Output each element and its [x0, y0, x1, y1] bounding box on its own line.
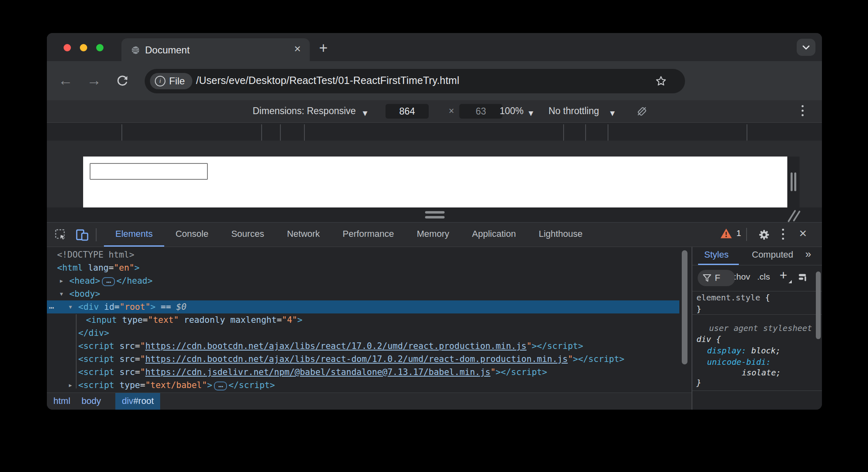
dom-tree-row[interactable]: <script src="https://cdn.bootcdn.net/aja…: [47, 340, 679, 353]
dom-node-text: <script src="https://cdn.bootcdn.net/aja…: [78, 340, 583, 353]
bookmark-star-icon[interactable]: [655, 75, 667, 87]
new-tab-icon[interactable]: +: [319, 40, 328, 57]
dimensions-caret-icon[interactable]: ▾: [363, 108, 368, 119]
viewport-bottom-resize-handle[interactable]: [425, 211, 445, 214]
devtools-tab-elements[interactable]: Elements: [104, 223, 164, 247]
device-toolbar-menu-icon[interactable]: [802, 105, 804, 116]
div-rule-selector[interactable]: div {: [696, 334, 721, 344]
dom-node-text: <div id="root"> == $0: [78, 300, 187, 313]
zoom-level[interactable]: 100%: [500, 106, 524, 117]
collapsed-content-icon[interactable]: …: [102, 277, 115, 286]
tab-styles[interactable]: Styles: [704, 249, 729, 260]
devtools-tab-console[interactable]: Console: [164, 223, 220, 247]
css-property[interactable]: unicode-bidi:: [707, 357, 771, 367]
throttling-caret-icon[interactable]: ▾: [610, 108, 615, 119]
page-text-input[interactable]: [90, 163, 208, 180]
tab-computed[interactable]: Computed: [752, 249, 793, 260]
filter-funnel-icon: [703, 273, 712, 282]
devtools-tab-sources[interactable]: Sources: [220, 223, 275, 247]
devtools-tab-application[interactable]: Application: [460, 223, 527, 247]
tab-close-icon[interactable]: ×: [294, 42, 301, 55]
dom-tree-row[interactable]: ▸<script type="text/babel">…</script>: [47, 379, 679, 392]
styles-pane: Styles Computed » F :hov .cls + element: [692, 247, 822, 410]
disclosure-open-icon[interactable]: ▾: [60, 287, 63, 300]
dom-tree-row[interactable]: </div>: [47, 326, 679, 340]
breadcrumb-tag: div: [122, 396, 133, 406]
url-text[interactable]: /Users/eve/Desktop/ReactTest/01-ReactFir…: [196, 75, 459, 86]
throttling-select[interactable]: No throttling: [549, 106, 599, 117]
zoom-window-button[interactable]: [96, 44, 104, 51]
devtools-tab-performance[interactable]: Performance: [331, 223, 405, 247]
devtools-tab-lighthouse[interactable]: Lighthouse: [527, 223, 594, 247]
dom-tree-row[interactable]: <script src="https://cdn.jsdelivr.net/np…: [47, 366, 679, 379]
dimensions-label[interactable]: Dimensions: Responsive: [253, 106, 356, 117]
file-scheme-chip[interactable]: i File: [150, 73, 192, 89]
warning-icon: [720, 227, 732, 239]
disclosure-open-icon[interactable]: ▾: [69, 300, 72, 313]
css-property-value[interactable]: isolate;: [742, 368, 781, 377]
settings-gear-icon[interactable]: [758, 228, 771, 241]
reload-icon[interactable]: [115, 74, 129, 88]
back-icon[interactable]: ←: [58, 72, 73, 89]
globe-favicon-icon: [130, 45, 140, 55]
collapsed-content-icon[interactable]: …: [214, 382, 227, 390]
breadcrumb-item-html[interactable]: html: [53, 393, 70, 410]
viewport-bottom-resize-handle[interactable]: [425, 216, 445, 218]
zoom-caret-icon[interactable]: ▾: [529, 108, 533, 119]
ruler-tick: [280, 124, 281, 141]
styles-filter-input[interactable]: F: [698, 270, 735, 286]
dom-tree-row[interactable]: <input type="text" readonly maxlenght="4…: [47, 313, 679, 326]
styles-scrollbar[interactable]: [816, 271, 821, 339]
rule-divider: [692, 390, 822, 391]
device-toolbar-toggle-icon[interactable]: [75, 228, 89, 241]
dom-node-text: <input type="text" readonly maxlenght="4…: [86, 313, 302, 326]
disclosure-closed-icon[interactable]: ▸: [69, 379, 72, 392]
chevron-down-icon: [797, 39, 815, 56]
styles-toolbar: F :hov .cls +: [692, 265, 822, 291]
dom-tree-row[interactable]: …▾<div id="root"> == $0: [47, 300, 679, 313]
dom-tree-row[interactable]: <html lang="en">: [47, 261, 679, 274]
toggle-hover-state[interactable]: :hov: [734, 272, 750, 282]
devtools-tab-memory[interactable]: Memory: [405, 223, 460, 247]
tab-search-button[interactable]: [797, 39, 815, 56]
device-viewport: [47, 141, 822, 222]
address-bar[interactable]: i File /Users/eve/Desktop/ReactTest/01-R…: [145, 69, 685, 93]
minimize-window-button[interactable]: [80, 44, 87, 51]
toggle-classes[interactable]: .cls: [757, 272, 770, 282]
ruler-tick: [585, 124, 586, 141]
dimensions-separator: ×: [449, 106, 454, 117]
devtools-tab-network[interactable]: Network: [275, 223, 331, 247]
viewport-right-resize-handle[interactable]: [791, 172, 793, 191]
dom-tree-row[interactable]: ▾<body>: [47, 287, 679, 300]
styles-options-icon[interactable]: [798, 272, 808, 283]
info-icon[interactable]: i: [155, 76, 165, 86]
viewport-height-input[interactable]: 63: [459, 104, 502, 119]
viewport-right-resize-handle[interactable]: [794, 172, 796, 191]
inspect-element-icon[interactable]: [54, 228, 67, 241]
dom-tree-row[interactable]: <!DOCTYPE html>: [47, 248, 679, 261]
element-style-rule[interactable]: element.style {: [696, 293, 770, 302]
disclosure-closed-icon[interactable]: ▸: [60, 274, 63, 287]
close-window-button[interactable]: [64, 44, 71, 51]
dom-node-text: <head>…</head>: [69, 274, 152, 287]
devtools-icon-separator: [746, 228, 747, 241]
devtools-close-icon[interactable]: ×: [799, 226, 807, 241]
breadcrumb-item-selected[interactable]: div#root: [115, 393, 160, 410]
dom-tree-row[interactable]: ▸<head>…</head>: [47, 274, 679, 287]
new-style-rule-icon[interactable]: +: [780, 268, 787, 283]
breadcrumb-item-body[interactable]: body: [82, 393, 101, 410]
viewport-width-input[interactable]: 864: [386, 104, 429, 119]
rotate-disabled-icon: [635, 105, 648, 118]
devtools-menu-icon[interactable]: [782, 229, 784, 240]
devtools-tabs: ElementsConsoleSourcesNetworkPerformance…: [104, 223, 594, 247]
browser-tab[interactable]: Document ×: [121, 38, 310, 61]
dom-scrollbar[interactable]: [682, 250, 687, 364]
forward-icon[interactable]: →: [87, 72, 101, 89]
element-style-close: }: [696, 304, 701, 314]
dom-node-text: <!DOCTYPE html>: [57, 248, 134, 261]
devtools-issues-button[interactable]: 1: [720, 227, 741, 239]
dom-tree-row[interactable]: <script src="https://cdn.bootcdn.net/aja…: [47, 353, 679, 366]
more-actions-icon[interactable]: …: [49, 299, 53, 312]
css-property[interactable]: display: block;: [707, 346, 781, 355]
more-tabs-icon[interactable]: »: [805, 248, 809, 260]
